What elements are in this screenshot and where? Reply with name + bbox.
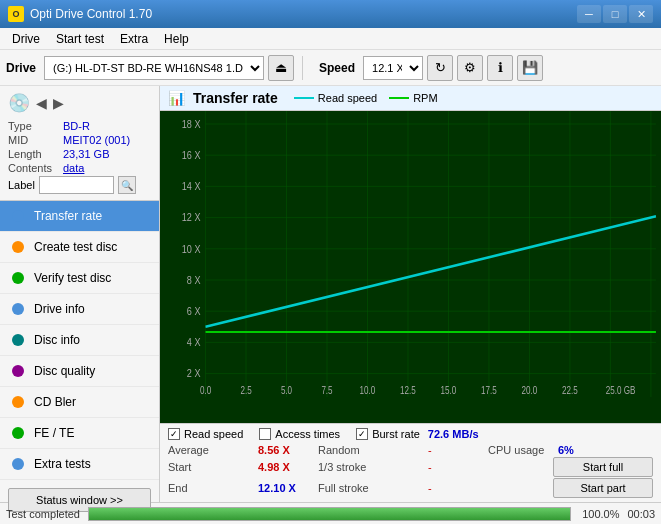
chart-icon: 📊 [168,90,185,106]
disc-arrow-left[interactable]: ◀ [36,95,47,111]
type-value: BD-R [63,120,90,132]
menu-drive[interactable]: Drive [4,30,48,48]
stroke1-label: 1/3 stroke [318,461,388,473]
burst-rate-value: 72.6 MB/s [428,428,479,440]
average-label: Average [168,444,213,456]
window-controls: ─ □ ✕ [577,5,653,23]
nav-label-create: Create test disc [34,240,117,254]
read-speed-check-icon: ✓ [168,428,180,440]
nav-cd-bler[interactable]: CD Bler [0,387,159,418]
speed-select[interactable]: 12.1 X [363,56,423,80]
svg-text:18 X: 18 X [182,118,201,130]
legend-read-line [294,97,314,99]
menu-bar: Drive Start test Extra Help [0,28,661,50]
stats-rows: Average 8.56 X Random - CPU usage 6% Sta… [168,444,653,498]
read-speed-checkbox[interactable]: ✓ Read speed [168,428,243,440]
stroke1-value: - [428,461,488,473]
nav-extra-tests[interactable]: Extra tests [0,449,159,480]
minimize-button[interactable]: ─ [577,5,601,23]
svg-text:0.0: 0.0 [200,385,211,396]
toolbar: Drive (G:) HL-DT-ST BD-RE WH16NS48 1.D3 … [0,50,661,86]
mid-label: MID [8,134,63,146]
info-button[interactable]: ℹ [487,55,513,81]
chart-title: Transfer rate [193,90,278,106]
nav-disc-quality[interactable]: Disc quality [0,356,159,387]
stroke-full-value: - [428,482,488,494]
nav-dot-extra [12,458,24,470]
title-text: Opti Drive Control 1.70 [30,7,152,21]
svg-text:8 X: 8 X [187,274,201,286]
menu-extra[interactable]: Extra [112,30,156,48]
start-value: 4.98 X [258,461,303,473]
nav-dot-drive [12,303,24,315]
nav-label-transfer: Transfer rate [34,209,102,223]
svg-text:5.0: 5.0 [281,385,292,396]
nav-dot-create [12,241,24,253]
content-area: 📊 Transfer rate Read speed RPM [160,86,661,502]
title-bar: O Opti Drive Control 1.70 ─ □ ✕ [0,0,661,28]
nav-label-drive: Drive info [34,302,85,316]
status-time: 00:03 [627,508,655,520]
eject-button[interactable]: ⏏ [268,55,294,81]
stats-row-average: Average 8.56 X Random - CPU usage 6% [168,444,653,456]
status-text: Test completed [6,508,80,520]
close-button[interactable]: ✕ [629,5,653,23]
transfer-rate-chart: 18 X 16 X 14 X 12 X 10 X 8 X 6 X 4 X 2 X… [160,111,661,423]
access-times-checkbox[interactable]: Access times [259,428,340,440]
end-label: End [168,482,213,494]
legend-read-speed: Read speed [294,92,377,104]
access-times-label: Access times [275,428,340,440]
end-value: 12.10 X [258,482,303,494]
stats-checkboxes: ✓ Read speed Access times ✓ Burst rate 7… [168,428,653,440]
nav-dot-transfer [12,210,24,222]
start-full-button[interactable]: Start full [553,457,653,477]
progress-percent: 100.0% [579,508,619,520]
stroke-full-label: Full stroke [318,482,388,494]
chart-legend: Read speed RPM [294,92,438,104]
nav-section: Transfer rate Create test disc Verify te… [0,201,159,480]
nav-verify-test-disc[interactable]: Verify test disc [0,263,159,294]
refresh-button[interactable]: ↻ [427,55,453,81]
cpu-label: CPU usage [488,444,558,456]
save-button[interactable]: 💾 [517,55,543,81]
nav-label-verify: Verify test disc [34,271,111,285]
nav-disc-info[interactable]: Disc info [0,325,159,356]
svg-text:22.5: 22.5 [562,385,578,396]
length-value: 23,31 GB [63,148,109,160]
drive-select[interactable]: (G:) HL-DT-ST BD-RE WH16NS48 1.D3 [44,56,264,80]
maximize-button[interactable]: □ [603,5,627,23]
burst-rate-checkbox[interactable]: ✓ Burst rate 72.6 MB/s [356,428,478,440]
nav-dot-cdbler [12,396,24,408]
burst-rate-check-icon: ✓ [356,428,368,440]
disc-icon: 💿 [8,92,30,114]
start-label: Start [168,461,213,473]
cpu-value: 6% [558,444,658,456]
random-label: Random [318,444,388,456]
main-area: 💿 ◀ ▶ Type BD-R MID MEIT02 (001) Length … [0,86,661,502]
menu-help[interactable]: Help [156,30,197,48]
label-label: Label [8,179,35,191]
svg-text:15.0: 15.0 [441,385,457,396]
nav-label-cdbler: CD Bler [34,395,76,409]
label-icon-button[interactable]: 🔍 [118,176,136,194]
nav-transfer-rate[interactable]: Transfer rate [0,201,159,232]
contents-value[interactable]: data [63,162,84,174]
disc-arrow-right[interactable]: ▶ [53,95,64,111]
mid-value: MEIT02 (001) [63,134,130,146]
nav-fe-te[interactable]: FE / TE [0,418,159,449]
settings-button[interactable]: ⚙ [457,55,483,81]
length-label: Length [8,148,63,160]
svg-text:12 X: 12 X [182,211,201,223]
speed-label: Speed [319,61,355,75]
start-part-button[interactable]: Start part [553,478,653,498]
access-times-check-icon [259,428,271,440]
stats-row-start: Start 4.98 X 1/3 stroke - Start full [168,457,653,477]
nav-drive-info[interactable]: Drive info [0,294,159,325]
menu-start-test[interactable]: Start test [48,30,112,48]
nav-dot-quality [12,365,24,377]
sidebar: 💿 ◀ ▶ Type BD-R MID MEIT02 (001) Length … [0,86,160,502]
nav-create-test-disc[interactable]: Create test disc [0,232,159,263]
label-input[interactable] [39,176,114,194]
svg-text:14 X: 14 X [182,180,201,192]
nav-label-fete: FE / TE [34,426,74,440]
